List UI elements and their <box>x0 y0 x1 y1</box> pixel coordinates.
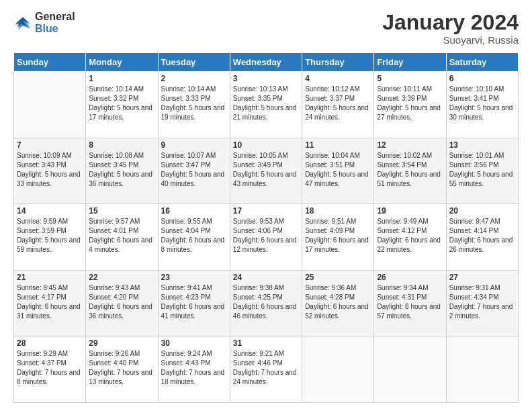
calendar-cell-w3d7: 20 Sunrise: 9:47 AM Sunset: 4:14 PM Dayl… <box>446 204 518 271</box>
daylight-text: Daylight: 5 hours and 55 minutes. <box>449 171 513 187</box>
sunrise-text: Sunrise: 9:59 AM <box>17 218 68 225</box>
sunset-text: Sunset: 3:43 PM <box>17 161 66 169</box>
sunrise-text: Sunrise: 10:14 AM <box>161 85 216 93</box>
cell-info: Sunrise: 9:47 AM Sunset: 4:14 PM Dayligh… <box>449 217 515 255</box>
sunset-text: Sunset: 3:51 PM <box>305 161 355 169</box>
daylight-text: Daylight: 6 hours and 26 minutes. <box>449 236 513 253</box>
sunset-text: Sunset: 4:31 PM <box>377 293 427 301</box>
day-number: 1 <box>89 74 154 83</box>
week-row-5: 28 Sunrise: 9:29 AM Sunset: 4:37 PM Dayl… <box>14 336 519 403</box>
cell-info: Sunrise: 10:12 AM Sunset: 3:37 PM Daylig… <box>305 85 371 122</box>
week-row-3: 14 Sunrise: 9:59 AM Sunset: 3:59 PM Dayl… <box>14 204 519 271</box>
sunrise-text: Sunrise: 10:12 AM <box>305 85 360 93</box>
day-number: 17 <box>233 206 299 216</box>
month-title: January 2024 <box>382 11 519 34</box>
sunrise-text: Sunrise: 10:10 AM <box>449 85 504 93</box>
calendar-cell-w4d6: 26 Sunrise: 9:34 AM Sunset: 4:31 PM Dayl… <box>374 270 446 336</box>
cell-info: Sunrise: 10:10 AM Sunset: 3:41 PM Daylig… <box>449 85 515 122</box>
daylight-text: Daylight: 6 hours and 17 minutes. <box>305 236 369 253</box>
day-number: 16 <box>161 206 227 216</box>
sunrise-text: Sunrise: 9:45 AM <box>17 284 68 291</box>
daylight-text: Daylight: 6 hours and 41 minutes. <box>161 303 225 320</box>
week-row-2: 7 Sunrise: 10:09 AM Sunset: 3:43 PM Dayl… <box>14 138 519 204</box>
cell-info: Sunrise: 10:14 AM Sunset: 3:33 PM Daylig… <box>161 85 227 122</box>
cell-info: Sunrise: 10:01 AM Sunset: 3:56 PM Daylig… <box>449 151 515 189</box>
cell-info: Sunrise: 9:31 AM Sunset: 4:34 PM Dayligh… <box>449 283 515 321</box>
calendar-cell-w2d3: 9 Sunrise: 10:07 AM Sunset: 3:47 PM Dayl… <box>158 138 230 204</box>
cell-info: Sunrise: 9:43 AM Sunset: 4:20 PM Dayligh… <box>89 283 154 321</box>
calendar-cell-w4d1: 21 Sunrise: 9:45 AM Sunset: 4:17 PM Dayl… <box>14 270 86 336</box>
cell-info: Sunrise: 9:53 AM Sunset: 4:06 PM Dayligh… <box>233 217 299 255</box>
calendar-page: General Blue January 2024 Suoyarvi, Russ… <box>0 0 532 411</box>
day-number: 13 <box>449 140 515 150</box>
header-friday: Friday <box>374 53 446 72</box>
cell-info: Sunrise: 9:24 AM Sunset: 4:43 PM Dayligh… <box>161 349 227 387</box>
daylight-text: Daylight: 6 hours and 8 minutes. <box>161 236 225 253</box>
cell-info: Sunrise: 9:36 AM Sunset: 4:28 PM Dayligh… <box>305 283 371 321</box>
sunset-text: Sunset: 4:17 PM <box>17 293 66 301</box>
logo-general: General <box>35 11 75 22</box>
header-tuesday: Tuesday <box>158 53 230 72</box>
sunrise-text: Sunrise: 9:49 AM <box>377 218 428 225</box>
sunrise-text: Sunrise: 10:08 AM <box>89 152 144 159</box>
daylight-text: Daylight: 5 hours and 21 minutes. <box>233 104 297 121</box>
sunrise-text: Sunrise: 9:51 AM <box>305 218 356 225</box>
calendar-cell-w3d5: 18 Sunrise: 9:51 AM Sunset: 4:09 PM Dayl… <box>302 204 374 271</box>
calendar-cell-w5d2: 29 Sunrise: 9:26 AM Sunset: 4:40 PM Dayl… <box>86 336 158 403</box>
sunrise-text: Sunrise: 10:07 AM <box>161 152 216 159</box>
calendar-cell-w5d7 <box>446 336 518 403</box>
sunset-text: Sunset: 3:32 PM <box>89 95 138 102</box>
sunset-text: Sunset: 4:43 PM <box>161 359 211 367</box>
sunrise-text: Sunrise: 9:21 AM <box>233 350 284 357</box>
logo: General Blue <box>13 11 75 34</box>
sunrise-text: Sunrise: 9:31 AM <box>449 284 500 291</box>
calendar-cell-w4d5: 25 Sunrise: 9:36 AM Sunset: 4:28 PM Dayl… <box>302 270 374 336</box>
cell-info: Sunrise: 9:34 AM Sunset: 4:31 PM Dayligh… <box>377 283 443 321</box>
calendar-cell-w3d1: 14 Sunrise: 9:59 AM Sunset: 3:59 PM Dayl… <box>14 204 86 271</box>
daylight-text: Daylight: 5 hours and 17 minutes. <box>89 104 152 121</box>
calendar-cell-w3d2: 15 Sunrise: 9:57 AM Sunset: 4:01 PM Dayl… <box>86 204 158 271</box>
sunset-text: Sunset: 4:09 PM <box>305 227 355 234</box>
calendar-cell-w5d6 <box>374 336 446 403</box>
cell-info: Sunrise: 10:04 AM Sunset: 3:51 PM Daylig… <box>305 151 371 189</box>
sunset-text: Sunset: 3:56 PM <box>449 161 499 169</box>
sunrise-text: Sunrise: 10:11 AM <box>377 85 432 93</box>
daylight-text: Daylight: 6 hours and 46 minutes. <box>233 303 297 320</box>
cell-info: Sunrise: 9:59 AM Sunset: 3:59 PM Dayligh… <box>17 217 83 255</box>
day-number: 11 <box>305 140 371 150</box>
sunset-text: Sunset: 4:25 PM <box>233 293 283 301</box>
sunset-text: Sunset: 4:14 PM <box>449 227 499 234</box>
header: General Blue January 2024 Suoyarvi, Russ… <box>13 11 519 46</box>
sunrise-text: Sunrise: 9:38 AM <box>233 284 284 291</box>
day-number: 28 <box>17 338 83 348</box>
day-number: 27 <box>449 273 515 282</box>
daylight-text: Daylight: 5 hours and 36 minutes. <box>89 171 152 187</box>
sunset-text: Sunset: 4:01 PM <box>89 227 138 234</box>
cell-info: Sunrise: 9:29 AM Sunset: 4:37 PM Dayligh… <box>17 349 83 387</box>
sunset-text: Sunset: 3:54 PM <box>377 161 427 169</box>
daylight-text: Daylight: 6 hours and 22 minutes. <box>377 236 441 253</box>
calendar-cell-w5d3: 30 Sunrise: 9:24 AM Sunset: 4:43 PM Dayl… <box>158 336 230 403</box>
calendar-cell-w1d2: 1 Sunrise: 10:14 AM Sunset: 3:32 PM Dayl… <box>86 72 158 138</box>
calendar-cell-w1d6: 5 Sunrise: 10:11 AM Sunset: 3:39 PM Dayl… <box>374 72 446 138</box>
sunset-text: Sunset: 4:06 PM <box>233 227 283 234</box>
cell-info: Sunrise: 10:08 AM Sunset: 3:45 PM Daylig… <box>89 151 154 189</box>
sunset-text: Sunset: 3:35 PM <box>233 95 283 102</box>
sunrise-text: Sunrise: 9:29 AM <box>17 350 68 357</box>
daylight-text: Daylight: 5 hours and 27 minutes. <box>377 104 441 121</box>
calendar-cell-w5d4: 31 Sunrise: 9:21 AM Sunset: 4:46 PM Dayl… <box>230 336 302 403</box>
sunrise-text: Sunrise: 9:26 AM <box>89 350 140 357</box>
sunset-text: Sunset: 3:45 PM <box>89 161 138 169</box>
day-number: 20 <box>449 206 515 216</box>
calendar-cell-w1d3: 2 Sunrise: 10:14 AM Sunset: 3:33 PM Dayl… <box>158 72 230 138</box>
location: Suoyarvi, Russia <box>382 34 519 46</box>
sunset-text: Sunset: 4:20 PM <box>89 293 138 301</box>
sunrise-text: Sunrise: 10:09 AM <box>17 152 72 159</box>
cell-info: Sunrise: 9:45 AM Sunset: 4:17 PM Dayligh… <box>17 283 83 321</box>
sunset-text: Sunset: 4:37 PM <box>17 359 66 367</box>
daylight-text: Daylight: 5 hours and 30 minutes. <box>449 104 513 121</box>
sunset-text: Sunset: 4:23 PM <box>161 293 211 301</box>
calendar-cell-w3d3: 16 Sunrise: 9:55 AM Sunset: 4:04 PM Dayl… <box>158 204 230 271</box>
calendar-cell-w5d5 <box>302 336 374 403</box>
sunrise-text: Sunrise: 9:53 AM <box>233 218 284 225</box>
